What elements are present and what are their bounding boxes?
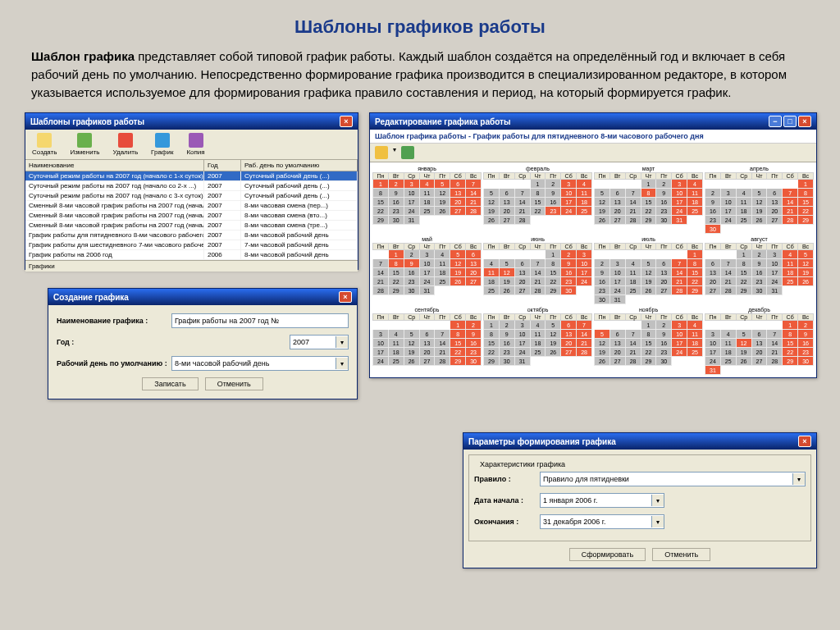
- calendar-day[interactable]: 12: [435, 189, 450, 198]
- calendar-day[interactable]: 7: [783, 189, 798, 198]
- calendar-day[interactable]: 19: [595, 348, 610, 357]
- calendar-day[interactable]: 9: [656, 330, 672, 339]
- calendar-day[interactable]: 5: [499, 259, 514, 268]
- calendar-day[interactable]: 13: [466, 259, 482, 268]
- calendar-day[interactable]: 22: [641, 348, 656, 357]
- table-row[interactable]: Суточный режим работы на 2007 год (начал…: [25, 171, 358, 181]
- calendar-day[interactable]: 8: [687, 259, 703, 268]
- calendar-day[interactable]: 19: [404, 348, 419, 357]
- calendar-day[interactable]: 19: [499, 277, 514, 286]
- calendar-day[interactable]: 20: [705, 277, 721, 286]
- calendar-day[interactable]: 26: [404, 357, 419, 366]
- calendar-day[interactable]: 5: [404, 330, 419, 339]
- calendar-day[interactable]: 28: [466, 207, 482, 216]
- calendar-day[interactable]: 14: [625, 198, 641, 207]
- calendar-day[interactable]: 27: [561, 348, 577, 357]
- calendar-day[interactable]: 14: [373, 268, 389, 277]
- calendar-day[interactable]: 27: [609, 357, 625, 366]
- calendar-day[interactable]: 2: [404, 250, 419, 259]
- calendar-day[interactable]: 6: [561, 321, 577, 330]
- calendar-day[interactable]: 22: [373, 207, 389, 216]
- calendar-day[interactable]: 2: [798, 321, 814, 330]
- save-button[interactable]: Записать: [142, 377, 198, 390]
- calendar-day[interactable]: 11: [720, 339, 736, 348]
- calendar-day[interactable]: 20: [466, 268, 482, 277]
- calendar-day[interactable]: 26: [595, 216, 610, 225]
- calendar-day[interactable]: 7: [514, 189, 530, 198]
- calendar-day[interactable]: 24: [419, 277, 435, 286]
- calendar-day[interactable]: 15: [783, 339, 798, 348]
- calendar-day[interactable]: 26: [798, 277, 814, 286]
- calendar-day[interactable]: 6: [419, 330, 435, 339]
- calendar-day[interactable]: 9: [561, 259, 577, 268]
- calendar-day[interactable]: 5: [546, 321, 561, 330]
- calendar-day[interactable]: 5: [798, 250, 814, 259]
- calendar-day[interactable]: 12: [798, 259, 814, 268]
- calendar-day[interactable]: 4: [484, 259, 500, 268]
- calendar-day[interactable]: 16: [656, 339, 672, 348]
- calendar-day[interactable]: 26: [751, 216, 767, 225]
- table-row[interactable]: График работы для шестидневного 7-ми час…: [25, 240, 358, 250]
- calendar-day[interactable]: 9: [388, 189, 404, 198]
- calendar-day[interactable]: 30: [595, 295, 610, 304]
- calendar-day[interactable]: 18: [687, 198, 703, 207]
- calendar-day[interactable]: 3: [672, 180, 687, 189]
- calendar-day[interactable]: 12: [484, 198, 500, 207]
- calendar-day[interactable]: 29: [641, 216, 656, 225]
- calendar-day[interactable]: 27: [656, 286, 672, 295]
- calendar-day[interactable]: 3: [767, 250, 783, 259]
- calendar-day[interactable]: 30: [388, 216, 404, 225]
- calendar-day[interactable]: 1: [373, 180, 389, 189]
- calendar-day[interactable]: 14: [466, 189, 482, 198]
- calendar-day[interactable]: 29: [546, 286, 561, 295]
- calendar-day[interactable]: 23: [656, 348, 672, 357]
- calendar-day[interactable]: 3: [609, 259, 625, 268]
- calendar-day[interactable]: 5: [751, 189, 767, 198]
- calendar-day[interactable]: 18: [687, 339, 703, 348]
- calendar-day[interactable]: 15: [736, 268, 751, 277]
- calendar-day[interactable]: 10: [705, 339, 721, 348]
- calendar-day[interactable]: 13: [561, 330, 577, 339]
- default-day-select[interactable]: 8-ми часовой рабочий день▾: [171, 356, 349, 371]
- calendar-day[interactable]: 4: [720, 330, 736, 339]
- calendar-day[interactable]: 13: [767, 198, 783, 207]
- calendar-day[interactable]: 21: [373, 277, 389, 286]
- table-row[interactable]: Суточный режим работы на 2007 год (начал…: [25, 191, 358, 201]
- calendar-day[interactable]: 27: [499, 216, 514, 225]
- calendar-day[interactable]: 20: [514, 277, 530, 286]
- form-button[interactable]: Сформировать: [569, 548, 646, 561]
- calendar-day[interactable]: 12: [595, 339, 610, 348]
- calendar-day[interactable]: 10: [672, 330, 687, 339]
- calendar-day[interactable]: 13: [609, 198, 625, 207]
- calendar-day[interactable]: 11: [783, 259, 798, 268]
- calendar-day[interactable]: 14: [514, 198, 530, 207]
- calendar-day[interactable]: 2: [751, 250, 767, 259]
- calendar-day[interactable]: 6: [767, 189, 783, 198]
- templates-grid[interactable]: НаименованиеГодРаб. день по умолчанию Су…: [25, 160, 358, 260]
- calendar-day[interactable]: 17: [404, 198, 419, 207]
- calendar-day[interactable]: 25: [687, 348, 703, 357]
- calendar-day[interactable]: 7: [720, 259, 736, 268]
- calendar-day[interactable]: 6: [751, 330, 767, 339]
- calendar-day[interactable]: 31: [767, 286, 783, 295]
- calendar-day[interactable]: 28: [767, 357, 783, 366]
- calendar-day[interactable]: 24: [672, 348, 687, 357]
- calendar-day[interactable]: 6: [514, 259, 530, 268]
- calendar-day[interactable]: 21: [435, 348, 450, 357]
- cancel-button[interactable]: Отменить: [205, 377, 263, 390]
- close-icon[interactable]: ×: [798, 116, 811, 127]
- calendar-day[interactable]: 25: [530, 348, 546, 357]
- calendar-day[interactable]: 12: [404, 339, 419, 348]
- calendar-day[interactable]: 21: [530, 277, 546, 286]
- excel-icon[interactable]: [401, 146, 414, 159]
- calendar-day[interactable]: 16: [404, 268, 419, 277]
- calendar-day[interactable]: 4: [625, 259, 641, 268]
- calendar-day[interactable]: 18: [388, 348, 404, 357]
- calendar-day[interactable]: 3: [373, 330, 389, 339]
- calendar-day[interactable]: 8: [736, 259, 751, 268]
- calendar-day[interactable]: 5: [484, 189, 500, 198]
- calendar-day[interactable]: 7: [767, 330, 783, 339]
- save-icon[interactable]: [375, 146, 388, 159]
- calendar-day[interactable]: 9: [751, 259, 767, 268]
- calendar-day[interactable]: 24: [720, 216, 736, 225]
